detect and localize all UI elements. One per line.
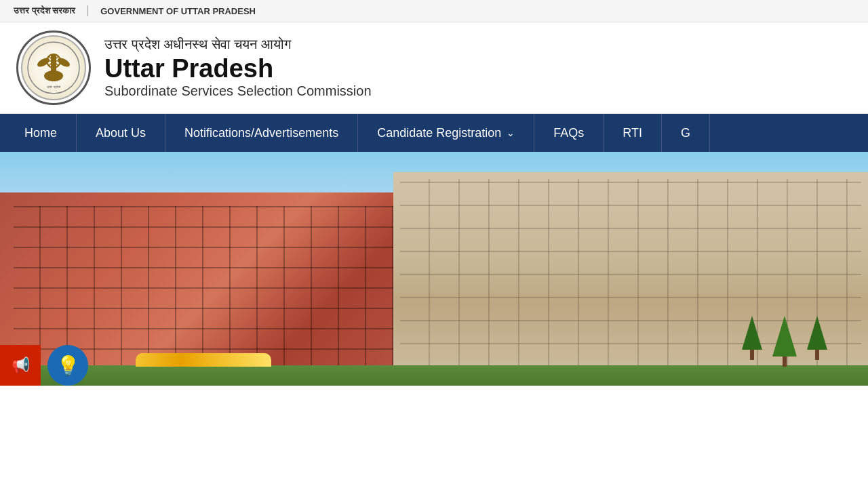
tree-top-3 xyxy=(807,316,827,350)
nav-candidate-label: Candidate Registration xyxy=(377,126,501,140)
nav-candidate-registration[interactable]: Candidate Registration ⌄ xyxy=(358,114,534,152)
nav-notifications[interactable]: Notifications/Advertisements xyxy=(165,114,358,152)
speaker-icon: 📢 xyxy=(12,357,30,374)
logo-svg: उत्तर प्रदेश xyxy=(26,41,81,95)
bottom-action-buttons: 📢 💡 xyxy=(0,345,88,386)
svg-point-10 xyxy=(52,59,56,63)
site-header: उत्तर प्रदेश उत्तर प्रदेश अधीनस्थ सेवा च… xyxy=(0,22,868,114)
nav-about-label: About Us xyxy=(96,126,146,140)
hero-banner: 📢 💡 xyxy=(0,152,868,386)
org-subtitle-english: Subordinate Services Selection Commissio… xyxy=(104,83,372,99)
tree-2 xyxy=(772,316,797,367)
trees-group xyxy=(742,316,827,367)
nav-more[interactable]: G xyxy=(662,114,710,152)
nav-about-us[interactable]: About Us xyxy=(77,114,165,152)
svg-text:उत्तर प्रदेश: उत्तर प्रदेश xyxy=(46,85,60,89)
nav-rti-label: RTI xyxy=(623,126,642,140)
gov-hindi-text: उत्तर प्रदेश सरकार xyxy=(14,5,88,16)
main-navbar: Home About Us Notifications/Advertisemen… xyxy=(0,114,868,152)
ground-strip xyxy=(0,365,868,386)
flowers xyxy=(136,353,271,367)
chevron-down-icon: ⌄ xyxy=(507,127,515,138)
svg-point-2 xyxy=(56,56,71,69)
nav-rti[interactable]: RTI xyxy=(604,114,662,152)
tree-top-1 xyxy=(742,316,762,350)
org-name-english: Uttar Pradesh xyxy=(104,55,372,83)
gov-english-text: GOVERNMENT OF UTTAR PRADESH xyxy=(88,6,256,16)
svg-point-1 xyxy=(36,56,51,69)
org-name-hindi: उत्तर प्रदेश अधीनस्थ सेवा चयन आयोग xyxy=(104,37,372,52)
tree-trunk-1 xyxy=(750,350,754,360)
lightbulb-icon: 💡 xyxy=(56,354,80,377)
tree-trunk-3 xyxy=(815,350,819,360)
nav-home[interactable]: Home xyxy=(0,114,77,152)
tree-1 xyxy=(742,316,762,367)
government-bar: उत्तर प्रदेश सरकार GOVERNMENT OF UTTAR P… xyxy=(0,0,868,22)
nav-faqs[interactable]: FAQs xyxy=(534,114,604,152)
org-logo: उत्तर प्रदेश xyxy=(16,30,91,105)
tree-trunk-2 xyxy=(783,357,787,367)
nav-home-label: Home xyxy=(24,126,57,140)
nav-notifications-label: Notifications/Advertisements xyxy=(184,126,338,140)
announcement-button[interactable]: 📢 xyxy=(0,345,41,386)
svg-point-4 xyxy=(44,70,63,81)
org-text-block: उत्तर प्रदेश अधीनस्थ सेवा चयन आयोग Uttar… xyxy=(104,37,372,99)
tree-3 xyxy=(807,316,827,367)
tree-top-2 xyxy=(772,316,797,357)
tips-button[interactable]: 💡 xyxy=(47,345,88,386)
logo-inner: उत्तर प्रदेश xyxy=(21,35,86,100)
nav-more-label: G xyxy=(681,126,690,140)
nav-faqs-label: FAQs xyxy=(553,126,584,140)
